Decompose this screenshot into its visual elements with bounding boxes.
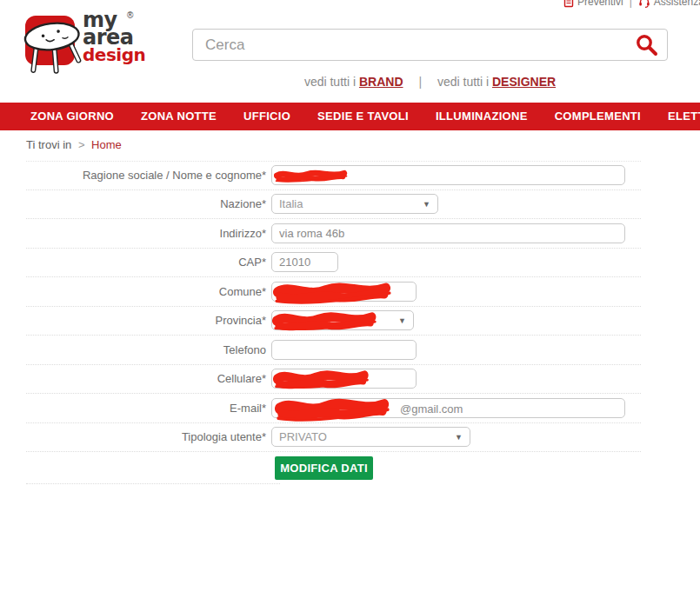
nazione-selected-value: Italia [279, 197, 303, 210]
form-row-telefono: Telefono [26, 336, 641, 365]
designer-prefix: vedi tutti i [437, 75, 489, 89]
search-input[interactable] [193, 30, 635, 60]
profile-form: Ragione sociale / Nome e cognome* Nazion… [26, 161, 641, 484]
quicklinks-separator: | [418, 75, 422, 89]
ragione-sociale-label: Ragione sociale / Nome e cognome* [26, 169, 271, 182]
breadcrumb-prefix: Ti trovi in [26, 138, 71, 151]
telefono-input[interactable] [271, 340, 417, 360]
quick-links: vedi tutti i BRAND | vedi tutti i DESIGN… [192, 75, 668, 89]
search-box [192, 29, 668, 61]
nav-list: ZONA GIORNO ZONA NOTTE UFFICIO SEDIE E T… [0, 103, 700, 130]
form-row-indirizzo: Indirizzo* [26, 219, 641, 249]
search-button[interactable] [635, 33, 667, 57]
nav-item-illuminazione[interactable]: ILLUMINAZIONE [436, 103, 528, 130]
provincia-label: Provincia* [26, 314, 271, 327]
breadcrumb-home-link[interactable]: Home [91, 138, 122, 151]
breadcrumb: Ti trovi in > Home [26, 138, 122, 151]
nazione-select[interactable]: Italia ▼ [271, 194, 438, 214]
provincia-control: ▼ [271, 310, 641, 330]
cap-input[interactable] [271, 252, 338, 272]
headset-icon [638, 0, 650, 8]
main-navigation: ZONA GIORNO ZONA NOTTE UFFICIO SEDIE E T… [0, 103, 700, 130]
form-row-email: E-mail* @gmail.com [26, 394, 641, 423]
assistenza-label: Assistenza [654, 0, 700, 8]
submit-control: MODIFICA DATI [271, 456, 641, 480]
telefono-label: Telefono [26, 343, 271, 356]
form-row-nazione: Nazione* Italia ▼ [26, 190, 641, 220]
partial-dotted-divider [26, 483, 280, 484]
nav-item-complementi[interactable]: COMPLEMENTI [555, 103, 641, 130]
cellulare-label: Cellulare* [26, 372, 271, 385]
form-row-submit: MODIFICA DATI [26, 452, 641, 484]
form-row-provincia: Provincia* ▼ [26, 307, 641, 336]
modifica-dati-button[interactable]: MODIFICA DATI [275, 456, 373, 480]
nav-item-zona-notte[interactable]: ZONA NOTTE [141, 103, 217, 130]
logo-word-design: design [83, 46, 145, 63]
tipologia-utente-label: Tipologia utente* [26, 430, 271, 443]
breadcrumb-separator: > [78, 138, 85, 151]
cellulare-input[interactable] [271, 369, 417, 389]
cellulare-control [271, 369, 641, 389]
top-utility-bar: Preventivi | Assistenza [563, 0, 700, 11]
indirizzo-input[interactable] [271, 223, 625, 243]
assistenza-link[interactable]: Assistenza [638, 0, 700, 8]
comune-label: Comune* [26, 285, 271, 298]
indirizzo-control [271, 223, 641, 243]
form-row-cap: CAP* [26, 249, 641, 278]
quote-document-icon [563, 0, 574, 8]
designer-link[interactable]: DESIGNER [492, 75, 556, 89]
indirizzo-label: Indirizzo* [26, 227, 271, 240]
provincia-select[interactable]: ▼ [271, 310, 414, 330]
brand-prefix: vedi tutti i [304, 75, 356, 89]
nav-item-ufficio[interactable]: UFFICIO [243, 103, 290, 130]
logo-wordmark: my area design [83, 11, 145, 63]
nazione-label: Nazione* [26, 197, 271, 210]
nav-item-elettrodomestici[interactable]: ELETTRODOMESTICI [668, 103, 700, 130]
page-root: { "topbar": { "preventivi": "Preventivi"… [0, 0, 700, 605]
chevron-down-icon: ▼ [398, 316, 406, 325]
telefono-control [271, 340, 641, 360]
ragione-sociale-input[interactable] [271, 165, 625, 185]
form-row-ragione-sociale: Ragione sociale / Nome e cognome* [26, 161, 641, 190]
chevron-down-icon: ▼ [455, 433, 463, 442]
comune-control [271, 282, 641, 302]
site-logo[interactable]: my area design ® [24, 10, 172, 68]
search-icon [635, 33, 658, 57]
form-row-comune: Comune* [26, 277, 641, 307]
nav-item-sedie-e-tavoli[interactable]: SEDIE E TAVOLI [317, 103, 409, 130]
brand-link[interactable]: BRAND [359, 75, 403, 89]
email-input[interactable] [271, 398, 625, 418]
tipologia-utente-select[interactable]: PRIVATO ▼ [271, 427, 470, 447]
nav-item-zona-giorno[interactable]: ZONA GIORNO [30, 103, 114, 130]
tipologia-utente-control: PRIVATO ▼ [271, 427, 641, 447]
topbar-separator: | [630, 0, 632, 8]
logo-table-illustration [17, 9, 87, 75]
preventivi-label: Preventivi [577, 0, 623, 8]
form-row-cellulare: Cellulare* [26, 365, 641, 395]
tipologia-selected-value: PRIVATO [279, 430, 327, 443]
email-label: E-mail* [26, 402, 271, 415]
registered-mark: ® [127, 10, 133, 20]
cap-control [271, 252, 641, 272]
chevron-down-icon: ▼ [423, 200, 430, 209]
preventivi-link[interactable]: Preventivi [563, 0, 623, 8]
cap-label: CAP* [26, 256, 271, 269]
ragione-sociale-control [271, 165, 641, 185]
nazione-control: Italia ▼ [271, 194, 641, 214]
comune-input[interactable] [271, 282, 417, 302]
logo-word-area: area [83, 29, 145, 46]
form-row-tipologia-utente: Tipologia utente* PRIVATO ▼ [26, 423, 641, 453]
email-control: @gmail.com [271, 398, 641, 418]
